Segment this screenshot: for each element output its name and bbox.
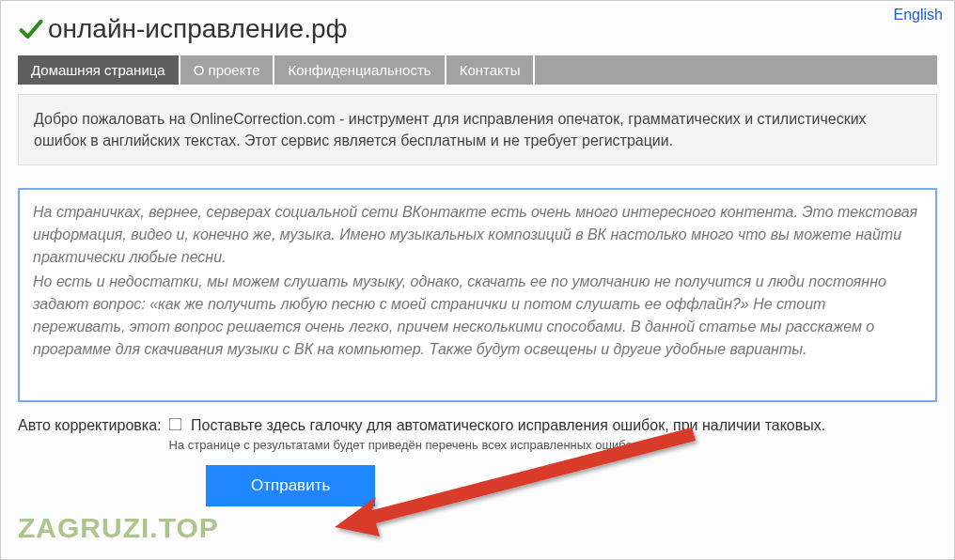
- main-nav: Домашняя страница О проекте Конфиденциал…: [18, 55, 937, 85]
- site-title: онлайн-исправление.рф: [48, 14, 348, 44]
- site-header: онлайн-исправление.рф: [1, 1, 954, 52]
- welcome-box: Добро пожаловать на OnlineCorrection.com…: [18, 94, 937, 165]
- nav-contacts[interactable]: Контакты: [446, 55, 536, 85]
- nav-privacy[interactable]: Конфиденциальность: [274, 55, 446, 85]
- auto-correct-row: Авто корректировка: Поставьте здесь гало…: [18, 417, 937, 452]
- text-input-area[interactable]: На страничках, вернее, серверах социальн…: [18, 188, 937, 402]
- welcome-text: Добро пожаловать на OnlineCorrection.com…: [34, 111, 867, 148]
- nav-about[interactable]: О проекте: [180, 55, 275, 85]
- text-paragraph-1: На страничках, вернее, серверах социальн…: [33, 201, 922, 269]
- auto-correct-checkbox[interactable]: [168, 418, 181, 431]
- auto-correct-label: Авто корректировка:: [18, 417, 162, 434]
- text-paragraph-2: Но есть и недостатки, мы можем слушать м…: [33, 271, 922, 361]
- auto-correct-checkbox-text: Поставьте здесь галочку для автоматическ…: [191, 417, 825, 433]
- submit-button[interactable]: Отправить: [206, 465, 375, 506]
- nav-home[interactable]: Домашняя страница: [18, 55, 180, 85]
- language-switch-link[interactable]: English: [894, 7, 943, 23]
- auto-correct-hint: На странице с результатами будет приведё…: [169, 438, 937, 452]
- text-content: На страничках, вернее, серверах социальн…: [33, 201, 922, 361]
- watermark: ZAGRUZI.TOP: [18, 512, 219, 544]
- auto-correct-checkbox-label[interactable]: Поставьте здесь галочку для автоматическ…: [169, 417, 826, 433]
- nav-filler: [535, 55, 937, 85]
- check-icon: [18, 16, 44, 42]
